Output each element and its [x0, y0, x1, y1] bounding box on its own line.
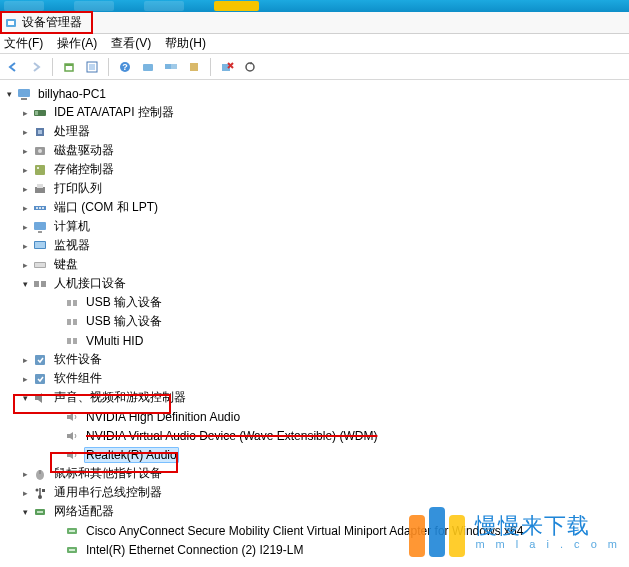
svg-rect-8 — [143, 64, 153, 71]
expand-arrow[interactable]: ▸ — [18, 125, 32, 139]
collapse-arrow[interactable]: ▾ — [18, 391, 32, 405]
svg-rect-57 — [69, 549, 75, 551]
expand-arrow[interactable]: ▸ — [18, 201, 32, 215]
tree-node[interactable]: ▾网络适配器 — [2, 502, 627, 521]
tree-node[interactable]: ▾声音、视频和游戏控制器 — [2, 388, 627, 407]
tree-leaf[interactable]: Cisco AnyConnect Secure Mobility Client … — [2, 521, 627, 540]
svg-point-28 — [39, 207, 41, 209]
scan-button[interactable] — [83, 58, 101, 76]
tree-leaf[interactable]: Intel(R) Ethernet Connection (2) I219-LM — [2, 540, 627, 559]
uninstall-button[interactable] — [218, 58, 236, 76]
tree-node[interactable]: ▸通用串行总线控制器 — [2, 483, 627, 502]
tree-node-label: 网络适配器 — [52, 502, 116, 521]
expand-arrow[interactable]: ▸ — [18, 182, 32, 196]
expand-arrow[interactable]: ▸ — [18, 239, 32, 253]
tree-node[interactable]: ▸软件设备 — [2, 350, 627, 369]
tree-node-label: 打印队列 — [52, 179, 104, 198]
device-tree[interactable]: ▾billyhao-PC1▸IDE ATA/ATAPI 控制器▸处理器▸磁盘驱动… — [0, 80, 629, 563]
tree-leaf[interactable]: USB 输入设备 — [2, 293, 627, 312]
expand-arrow[interactable]: ▸ — [18, 163, 32, 177]
tree-node[interactable]: ▾人机接口设备 — [2, 274, 627, 293]
menu-view[interactable]: 查看(V) — [111, 35, 151, 52]
tree-node[interactable]: ▸软件组件 — [2, 369, 627, 388]
svg-rect-55 — [69, 530, 75, 532]
tree-leaf-label: USB 输入设备 — [84, 312, 164, 331]
tree-node-label: 软件组件 — [52, 369, 104, 388]
disk-icon — [32, 143, 48, 159]
taskbar-item[interactable] — [214, 1, 259, 11]
tree-leaf-label: Intel(R) Ethernet Connection (2) I219-LM — [84, 542, 305, 558]
menu-file[interactable]: 文件(F) — [4, 35, 43, 52]
tree-leaf-label: Cisco AnyConnect Secure Mobility Client … — [84, 523, 525, 539]
tree-node-label: 监视器 — [52, 236, 92, 255]
separator — [210, 58, 211, 76]
menu-help[interactable]: 帮助(H) — [165, 35, 206, 52]
toolbar: ? — [0, 54, 629, 80]
svg-point-21 — [38, 149, 42, 153]
svg-rect-42 — [67, 338, 71, 344]
tree-node[interactable]: ▸监视器 — [2, 236, 627, 255]
computer-icon — [32, 219, 48, 235]
tree-root-label: billyhao-PC1 — [36, 86, 108, 102]
tree-root[interactable]: ▾billyhao-PC1 — [2, 84, 627, 103]
svg-rect-43 — [73, 338, 77, 344]
tree-node[interactable]: ▸磁盘驱动器 — [2, 141, 627, 160]
taskbar-item[interactable] — [74, 1, 114, 11]
svg-rect-15 — [21, 98, 27, 100]
help-button[interactable]: ? — [116, 58, 134, 76]
expand-arrow[interactable]: ▸ — [18, 106, 32, 120]
collapse-arrow[interactable]: ▾ — [2, 87, 16, 101]
refresh-button[interactable] — [241, 58, 259, 76]
hid-sub-icon — [64, 314, 80, 330]
tree-leaf-label: USB 输入设备 — [84, 293, 164, 312]
tree-node[interactable]: ▸端口 (COM 和 LPT) — [2, 198, 627, 217]
collapse-arrow[interactable]: ▾ — [18, 277, 32, 291]
show-hidden-button[interactable] — [139, 58, 157, 76]
expand-arrow[interactable]: ▸ — [18, 220, 32, 234]
tree-node[interactable]: ▸打印队列 — [2, 179, 627, 198]
svg-rect-45 — [35, 374, 45, 384]
svg-rect-35 — [35, 263, 45, 267]
tree-leaf[interactable]: Realtek(R) Audio — [2, 445, 627, 464]
expand-arrow[interactable]: ▸ — [18, 467, 32, 481]
expand-arrow[interactable]: ▸ — [18, 258, 32, 272]
tree-node[interactable]: ▸存储控制器 — [2, 160, 627, 179]
svg-point-13 — [246, 63, 254, 71]
svg-rect-3 — [65, 64, 73, 66]
keyboard-icon — [32, 257, 48, 273]
tree-node-label: 声音、视频和游戏控制器 — [52, 388, 188, 407]
tree-node[interactable]: ▸处理器 — [2, 122, 627, 141]
tree-node[interactable]: ▸计算机 — [2, 217, 627, 236]
tree-leaf-label: NVIDIA Virtual Audio Device (Wave Extens… — [84, 428, 379, 444]
tree-leaf[interactable]: NVIDIA High Definition Audio — [2, 407, 627, 426]
tree-leaf[interactable]: VMulti HID — [2, 331, 627, 350]
expand-arrow[interactable]: ▸ — [18, 372, 32, 386]
tree-node[interactable]: ▸IDE ATA/ATAPI 控制器 — [2, 103, 627, 122]
expand-arrow[interactable]: ▸ — [18, 353, 32, 367]
tree-node[interactable]: ▸键盘 — [2, 255, 627, 274]
forward-button[interactable] — [27, 58, 45, 76]
update-driver-button[interactable] — [185, 58, 203, 76]
collapse-arrow[interactable]: ▾ — [18, 505, 32, 519]
ide-icon — [32, 105, 48, 121]
taskbar-item[interactable] — [4, 1, 44, 11]
tree-node[interactable]: ▸鼠标和其他指针设备 — [2, 464, 627, 483]
taskbar-item[interactable] — [144, 1, 184, 11]
computer-icon — [16, 86, 32, 102]
back-button[interactable] — [4, 58, 22, 76]
tree-node-label: 键盘 — [52, 255, 80, 274]
menu-action[interactable]: 操作(A) — [57, 35, 97, 52]
hid-icon — [32, 276, 48, 292]
tree-leaf[interactable]: NVIDIA Virtual Audio Device (Wave Extens… — [2, 426, 627, 445]
tree-node-label: 人机接口设备 — [52, 274, 128, 293]
soft-icon — [32, 352, 48, 368]
view-devices-button[interactable] — [162, 58, 180, 76]
svg-rect-51 — [42, 489, 45, 492]
port-icon — [32, 200, 48, 216]
app-icon — [4, 16, 18, 30]
expand-arrow[interactable]: ▸ — [18, 486, 32, 500]
tree-leaf[interactable]: USB 输入设备 — [2, 312, 627, 331]
expand-arrow[interactable]: ▸ — [18, 144, 32, 158]
svg-rect-14 — [18, 89, 30, 97]
up-button[interactable] — [60, 58, 78, 76]
